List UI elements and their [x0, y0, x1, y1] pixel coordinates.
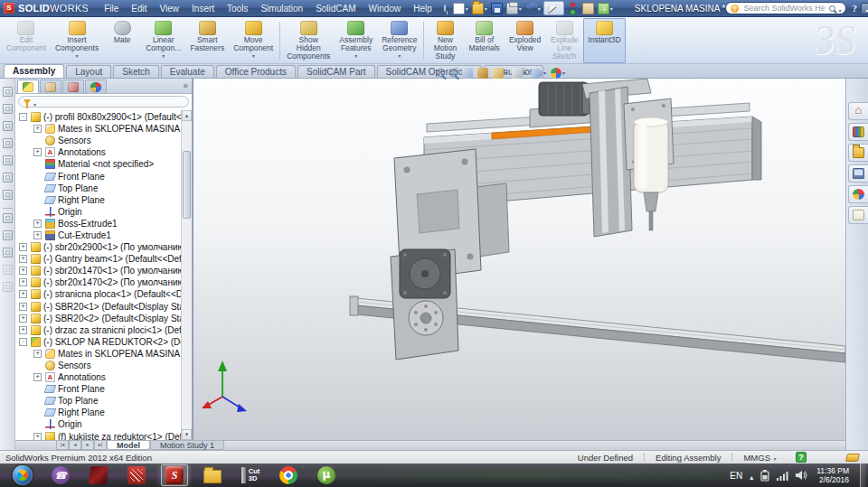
expander-icon[interactable]: + — [33, 373, 42, 381]
move-component-button[interactable]: Move Component ▾ — [229, 18, 278, 63]
tree-item[interactable]: - (-) SKLOP NA REDUKTOR<2> (Default<< — [15, 336, 181, 348]
edit-component-button[interactable]: Edit Component — [2, 18, 51, 63]
rebuild-button[interactable] — [566, 1, 580, 15]
tree-item[interactable]: Sensors — [15, 135, 181, 146]
quick-tips-icon[interactable] — [796, 452, 807, 463]
view-orientation-icon[interactable]: ▾ — [493, 68, 507, 79]
design-library-icon[interactable] — [848, 123, 868, 141]
model-tabs-nav-button[interactable]: ▸| — [94, 441, 107, 450]
view-tool-icon[interactable] — [3, 121, 13, 131]
options-button[interactable] — [581, 1, 595, 15]
tree-item[interactable]: + (-) SBR20<2> (Default<Display State-1>… — [15, 313, 181, 324]
network-icon[interactable] — [777, 471, 788, 481]
instant3d-button[interactable]: Instant3D — [583, 18, 625, 63]
tree-item[interactable]: Material <not specified> — [15, 158, 181, 170]
tree-scrollbar[interactable] — [181, 110, 192, 440]
panel-overflow-chevron[interactable]: » — [183, 80, 188, 90]
display-style-icon[interactable]: ▾ — [512, 68, 526, 79]
expander-icon[interactable]: + — [33, 350, 42, 358]
expander-icon[interactable]: + — [19, 278, 27, 286]
pin-icon[interactable] — [444, 5, 446, 12]
pinned-app-icon[interactable] — [85, 464, 112, 486]
solidworks-resources-icon[interactable] — [848, 102, 868, 120]
reference-geometry-button[interactable]: Reference Geometry ▾ — [377, 18, 421, 63]
expander-icon[interactable]: + — [33, 125, 42, 133]
model-tabs-nav-button[interactable]: |◂ — [56, 441, 69, 450]
tree-item[interactable]: + (f) kukjiste za reduktor<1> (Default<< — [15, 431, 181, 440]
appearances-icon[interactable]: ▾ — [551, 68, 565, 79]
insert-components-button[interactable]: Insert Components ▾ — [51, 18, 103, 63]
units-selector[interactable]: MMGS — [732, 453, 787, 463]
show-hidden-components-button[interactable]: Show Hidden Components — [282, 18, 335, 63]
expander-icon[interactable]: + — [19, 243, 27, 251]
expander-icon[interactable]: + — [19, 267, 27, 275]
tree-item[interactable]: Origin — [15, 206, 181, 218]
tab-solidcam-part[interactable]: SolidCAM Part — [297, 65, 375, 78]
model-tabs-nav-button[interactable]: ▸ — [81, 441, 94, 450]
tree-item[interactable]: Top Plane — [15, 395, 181, 407]
open-button[interactable]: ▾ — [471, 1, 488, 15]
tab-evaluate[interactable]: Evaluate — [161, 65, 214, 78]
menu-item[interactable]: Insert — [185, 2, 221, 15]
view-settings-button[interactable]: ▾ — [597, 1, 614, 15]
scroll-up-icon[interactable] — [182, 110, 192, 121]
view-palette-icon[interactable] — [848, 164, 868, 183]
clock[interactable]: 11:36 PM 2/6/2016 — [816, 466, 849, 484]
view-tool-icon[interactable] — [3, 138, 13, 148]
menu-item[interactable]: Help — [407, 2, 439, 15]
tree-item[interactable]: Sensors — [15, 360, 181, 371]
tree-item[interactable]: + (-) sbr20x1470<1> (По умолчанию<<По — [15, 265, 181, 276]
view-tool-icon[interactable] — [3, 282, 13, 292]
new-motion-study-button[interactable]: New Motion Study — [426, 18, 464, 63]
menu-item[interactable]: SolidCAM — [309, 2, 362, 15]
view-tool-icon[interactable] — [3, 248, 13, 258]
view-tool-icon[interactable] — [3, 213, 13, 223]
tab-office-products[interactable]: Office Products — [216, 65, 296, 78]
view-tool-icon[interactable] — [3, 155, 13, 165]
file-explorer-icon[interactable] — [848, 144, 868, 162]
expander-icon[interactable]: + — [19, 326, 27, 334]
tree-item[interactable]: Front Plane — [15, 170, 181, 182]
tree-item[interactable]: + Mates in SKLOPENA MASINA — [15, 123, 181, 135]
view-tool-icon[interactable] — [3, 265, 13, 275]
tree-item[interactable]: Right Plane — [15, 194, 181, 206]
tree-item[interactable]: + (-) sbr20x2900<1> (По умолчанию<<По — [15, 241, 181, 253]
utorrent-icon[interactable] — [313, 464, 340, 486]
displaymanager-tab[interactable] — [85, 80, 107, 93]
search-box[interactable] — [725, 2, 846, 14]
exploded-view-button[interactable]: Exploded View — [505, 18, 545, 63]
save-button[interactable] — [490, 1, 504, 15]
model-tabs-nav-button[interactable]: ◂ — [69, 441, 81, 450]
bill-of-materials-button[interactable]: Bill of Materials — [464, 18, 504, 63]
featuremanager-tab[interactable] — [17, 80, 39, 93]
tab-layout[interactable]: Layout — [66, 65, 111, 78]
tree-item[interactable]: Origin — [15, 418, 181, 430]
tree-item[interactable]: Front Plane — [15, 383, 181, 395]
search-icon[interactable] — [829, 5, 835, 12]
expander-icon[interactable]: + — [33, 148, 42, 156]
expander-icon[interactable]: + — [19, 255, 27, 263]
tab-assembly[interactable]: Assembly — [4, 64, 64, 78]
mate-button[interactable]: Mate — [103, 18, 141, 63]
tree-item[interactable]: + Annotations — [15, 146, 181, 158]
viber-icon[interactable] — [47, 464, 74, 486]
hidden-icons-chevron[interactable] — [750, 467, 753, 483]
windows-explorer-icon[interactable] — [199, 464, 226, 486]
menu-item[interactable]: Window — [363, 2, 408, 15]
view-tool-icon[interactable] — [3, 87, 13, 97]
expander-icon[interactable]: - — [19, 113, 27, 121]
tree-item[interactable]: + Boss-Extrude1 — [15, 218, 181, 229]
expander-icon[interactable]: + — [33, 433, 42, 440]
appearances-scenes-icon[interactable] — [848, 185, 868, 203]
linear-component-pattern-button[interactable]: Linear Compon... ▾ — [141, 18, 185, 63]
view-tool-icon[interactable] — [3, 190, 13, 200]
previous-view-icon[interactable] — [462, 68, 473, 79]
show-desktop-button[interactable] — [860, 464, 866, 487]
language-indicator[interactable]: EN — [730, 471, 742, 481]
tree-item[interactable]: + Mates in SKLOPENA MASINA — [15, 348, 181, 360]
menu-item[interactable]: Tools — [221, 2, 254, 15]
view-tool-icon[interactable] — [3, 230, 13, 240]
tree-item[interactable]: + (-) SBR20<1> (Default<Display State-1>… — [15, 301, 181, 313]
zoom-to-fit-icon[interactable] — [437, 69, 445, 77]
expander-icon[interactable]: + — [33, 231, 42, 239]
